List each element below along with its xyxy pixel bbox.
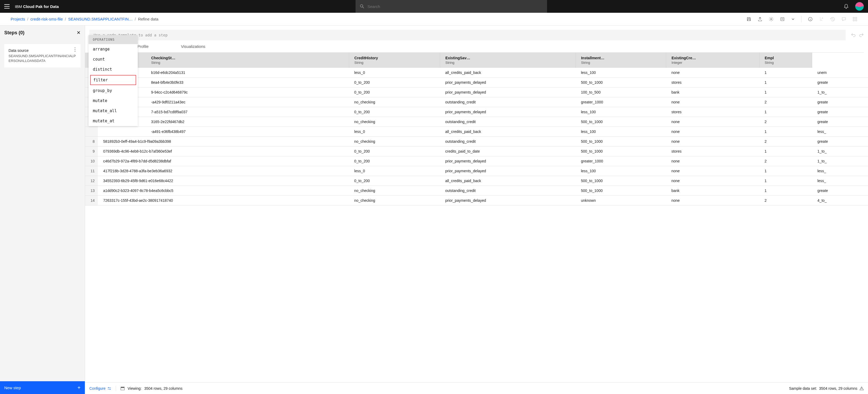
table-row[interactable]: 8ea4-bfb4e3b0fe330_to_200prior_payments_… <box>85 78 868 88</box>
operation-distinct[interactable]: distinct <box>89 64 138 74</box>
breadcrumb-link-asset[interactable]: SEANSUND.SMSAPPLICANTFIN… <box>68 17 133 21</box>
viewing-value: 3504 rows, 29 columns <box>144 386 182 391</box>
column-header[interactable]: ExistingSav…String <box>440 53 576 68</box>
table-row[interactable]: 147263317c-155f-43bd-ae2c-380917418740no… <box>85 196 868 205</box>
table-row[interactable]: 9-94cc-c2c4d646879c0_to_200prior_payment… <box>85 88 868 97</box>
info-icon[interactable] <box>808 17 813 22</box>
svg-rect-10 <box>121 388 124 390</box>
svg-point-2 <box>771 18 772 20</box>
expand-icon[interactable] <box>852 17 857 22</box>
comment-icon[interactable] <box>841 17 846 22</box>
table-row[interactable]: -a491-e36fb438b497less_0all_credits_paid… <box>85 127 868 137</box>
code-template-input[interactable]: Use a code template to add a step <box>89 30 846 40</box>
chevron-down-icon[interactable] <box>791 17 795 21</box>
steps-panel: Steps (0) ✕ Data source SEANSUND.SMSAPPL… <box>0 26 85 394</box>
table-row[interactable]: 7-a515-bd7cd8f9a0370_to_200prior_payment… <box>85 107 868 117</box>
table-row[interactable]: 11417f218b-3d28-4788-a3fa-be3eb36a6932le… <box>85 166 868 176</box>
operation-mutate[interactable]: mutate <box>89 96 138 106</box>
operations-dropdown: OPERATIONS arrangecountdistinctfiltergro… <box>89 35 138 126</box>
sample-label: Sample data set: <box>789 386 817 391</box>
table-row[interactable]: -a429-9df0211a43ecno_checkingoutstanding… <box>85 97 868 107</box>
table-footer: Configure Viewing: 3504 rows, 29 columns… <box>85 382 868 394</box>
plus-icon: + <box>78 385 81 391</box>
search-input[interactable] <box>368 4 543 9</box>
data-source-menu-icon[interactable]: ⋮ <box>72 48 78 51</box>
new-step-button[interactable]: New step + <box>0 381 85 394</box>
column-header[interactable]: Installment…String <box>576 53 666 68</box>
operation-filter[interactable]: filter <box>90 75 136 85</box>
svg-rect-7 <box>853 20 855 21</box>
svg-rect-6 <box>856 17 857 19</box>
tab-visualizations[interactable]: Visualizations <box>155 40 211 53</box>
data-source-value: SEANSUND.SMSAPPLICANTFINANCIALPERSONALLO… <box>8 54 76 63</box>
operation-mutate_at[interactable]: mutate_at <box>89 116 138 126</box>
svg-rect-5 <box>853 17 855 19</box>
tabs: Profile Visualizations <box>89 40 864 53</box>
steps-icon[interactable] <box>819 17 824 22</box>
breadcrumb-link-project[interactable]: credit-risk-sms-file <box>30 17 63 21</box>
table-row[interactable]: 13a1dd90c2-b323-4097-8c78-b4ea5c6cbbc5no… <box>85 186 868 196</box>
configure-link[interactable]: Configure <box>89 386 112 391</box>
search-icon <box>360 4 364 9</box>
operation-count[interactable]: count <box>89 54 138 64</box>
column-header[interactable]: EmplString <box>759 53 812 68</box>
column-header[interactable]: ExistingCre…Integer <box>666 53 759 68</box>
close-steps-icon[interactable]: ✕ <box>76 30 81 36</box>
operation-mutate_all[interactable]: mutate_all <box>89 106 138 116</box>
undo-icon[interactable] <box>851 33 856 37</box>
redo-icon[interactable] <box>859 33 864 37</box>
table-row[interactable]: 9079369db-4c96-4eb8-b12c-b7af360e53ef0_t… <box>85 146 868 156</box>
hamburger-menu-icon[interactable] <box>4 4 9 9</box>
svg-line-1 <box>363 7 364 8</box>
settings-icon[interactable] <box>769 17 774 22</box>
column-header[interactable]: CreditHistoryString <box>349 53 440 68</box>
svg-rect-3 <box>781 18 784 21</box>
data-source-label: Data source <box>8 48 76 53</box>
top-header: IBM Cloud Pak for Data <box>0 0 868 13</box>
user-avatar[interactable] <box>855 2 864 11</box>
history-icon[interactable] <box>830 17 835 22</box>
svg-rect-8 <box>856 20 857 21</box>
search-box[interactable] <box>355 0 547 13</box>
content-area: Use a code template to add a step Profil… <box>85 26 868 394</box>
table-row[interactable]: 8581892b3-0eff-49a4-b1c9-f9a09a3bb398no_… <box>85 137 868 146</box>
table-row[interactable]: 10c46d7b29-972a-4f89-b7dd-d5d8238dbfaf0_… <box>85 156 868 166</box>
table-row[interactable]: 3165-2e22fd467db2no_checkingoutstanding_… <box>85 117 868 127</box>
brand-title: IBM Cloud Pak for Data <box>15 4 59 9</box>
table-icon <box>120 386 125 391</box>
table-row[interactable]: 1234552393-6b29-45f8-9d61-e016e68c44220_… <box>85 176 868 186</box>
viewing-label: Viewing: <box>128 386 142 391</box>
configure-icon <box>107 386 112 391</box>
toolbar-actions <box>746 16 857 22</box>
breadcrumb-current: Refine data <box>138 17 158 21</box>
svg-rect-9 <box>121 387 124 388</box>
breadcrumb: Projects / credit-risk-sms-file / SEANSU… <box>11 17 158 21</box>
svg-point-0 <box>360 4 363 7</box>
notifications-icon[interactable] <box>843 4 849 9</box>
operation-group_by[interactable]: group_by <box>89 86 138 96</box>
breadcrumb-link-projects[interactable]: Projects <box>11 17 25 21</box>
breadcrumb-bar: Projects / credit-risk-sms-file / SEANSU… <box>0 13 868 26</box>
sample-value: 3504 rows, 29 columns <box>819 386 857 391</box>
jobs-icon[interactable] <box>780 17 785 22</box>
table-row[interactable]: b16d-e6dc204a5131less_0all_credits_paid_… <box>85 68 868 78</box>
data-table[interactable]: CheckingSt…StringCreditHistoryStringExis… <box>85 53 868 382</box>
warning-icon[interactable] <box>860 386 864 391</box>
export-icon[interactable] <box>757 17 763 22</box>
data-source-card: Data source SEANSUND.SMSAPPLICANTFINANCI… <box>4 44 81 68</box>
operation-arrange[interactable]: arrange <box>89 44 138 54</box>
save-icon[interactable] <box>746 17 751 22</box>
steps-title: Steps (0) <box>4 30 25 36</box>
operations-header: OPERATIONS <box>89 35 138 44</box>
